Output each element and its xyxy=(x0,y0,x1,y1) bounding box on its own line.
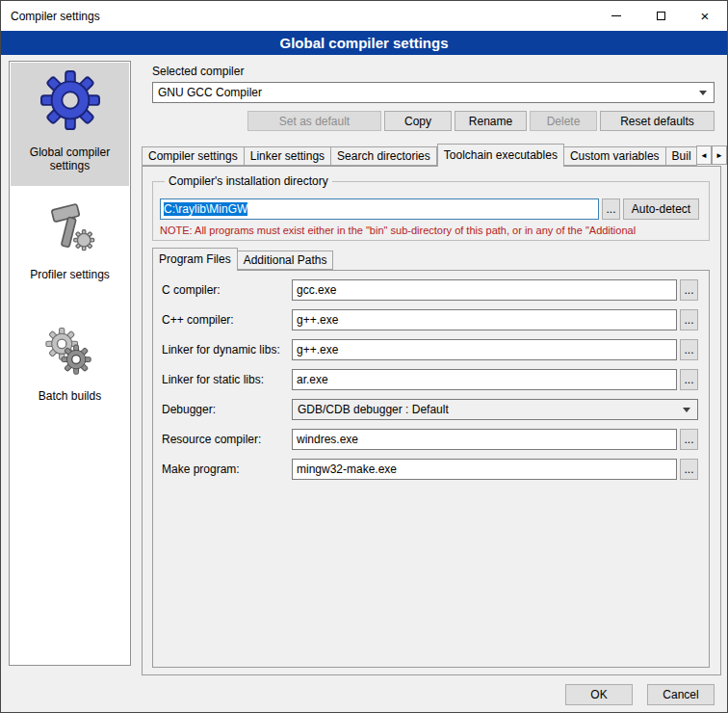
cpp-compiler-input[interactable] xyxy=(292,309,677,330)
linker-dynamic-input[interactable] xyxy=(292,339,677,360)
field-resource-compiler: Resource compiler: ... xyxy=(152,429,710,450)
linker-static-input[interactable] xyxy=(292,369,677,390)
ok-button[interactable]: OK xyxy=(565,684,633,705)
banner-title: Global compiler settings xyxy=(279,35,448,51)
window-title: Compiler settings xyxy=(11,10,100,23)
install-dir-browse-button[interactable]: ... xyxy=(602,198,620,220)
field-label: Make program: xyxy=(162,462,240,476)
field-linker-static: Linker for static libs: ... xyxy=(152,369,710,390)
tab-scroll-left-button[interactable]: ◄ xyxy=(696,145,712,165)
field-make-program: Make program: ... xyxy=(152,459,710,480)
field-label: C compiler: xyxy=(162,283,221,297)
field-linker-dynamic: Linker for dynamic libs: ... xyxy=(152,339,710,360)
maximize-icon xyxy=(657,12,665,20)
sidebar-item-label: Profiler settings xyxy=(16,268,124,281)
auto-detect-button[interactable]: Auto-detect xyxy=(623,198,699,220)
minimize-icon xyxy=(611,15,621,16)
install-dir-note: NOTE: All programs must exist either in … xyxy=(160,224,710,236)
window-controls: × xyxy=(594,1,727,31)
field-c-compiler: C compiler: ... xyxy=(152,279,710,301)
reset-defaults-button[interactable]: Reset defaults xyxy=(600,111,715,131)
install-dir-value: C:\raylib\MinGW xyxy=(164,202,247,216)
chevron-down-icon xyxy=(683,408,690,412)
titlebar: Compiler settings × xyxy=(1,1,727,31)
set-as-default-button: Set as default xyxy=(247,111,381,131)
browse-button[interactable]: ... xyxy=(680,279,698,301)
subtab-program-files[interactable]: Program Files xyxy=(152,248,238,271)
copy-button[interactable]: Copy xyxy=(384,111,452,131)
install-dir-group-title: Compiler's installation directory xyxy=(165,174,332,188)
debugger-select[interactable]: GDB/CDB debugger : Default xyxy=(292,399,698,420)
delete-button: Delete xyxy=(530,111,597,131)
selected-compiler-label: Selected compiler xyxy=(152,65,244,78)
compiler-select[interactable]: GNU GCC Compiler xyxy=(152,82,715,103)
browse-button[interactable]: ... xyxy=(680,339,698,360)
arrow-left-icon: ◄ xyxy=(700,151,708,160)
sidebar-item-batch-builds[interactable]: Batch builds xyxy=(11,324,129,424)
sidebar: Global compiler settings Profiler settin… xyxy=(9,61,131,666)
tab-toolchain-executables[interactable]: Toolchain executables xyxy=(437,144,564,167)
minimize-button[interactable] xyxy=(594,1,638,31)
dialog-banner: Global compiler settings xyxy=(1,31,727,55)
close-icon: × xyxy=(701,9,710,23)
tab-compiler-settings[interactable]: Compiler settings xyxy=(142,146,245,166)
sidebar-item-label: Global compiler settings xyxy=(16,145,124,172)
batch-builds-gears-icon xyxy=(44,328,96,380)
close-button[interactable]: × xyxy=(683,1,727,31)
profiler-hammer-icon xyxy=(44,200,96,252)
cancel-button[interactable]: Cancel xyxy=(647,684,715,705)
tab-build-options[interactable]: Buil xyxy=(666,146,697,166)
make-program-input[interactable] xyxy=(292,459,677,480)
field-label: Linker for dynamic libs: xyxy=(162,343,280,356)
blue-gear-icon xyxy=(40,70,100,130)
c-compiler-input[interactable] xyxy=(292,279,677,301)
browse-button[interactable]: ... xyxy=(680,309,698,330)
field-debugger: Debugger: GDB/CDB debugger : Default xyxy=(152,399,710,420)
sidebar-item-profiler-settings[interactable]: Profiler settings xyxy=(11,197,129,304)
tab-scroll-right-button[interactable]: ► xyxy=(712,145,727,165)
sidebar-item-global-compiler-settings[interactable]: Global compiler settings xyxy=(11,63,129,186)
tab-search-directories[interactable]: Search directories xyxy=(331,146,437,166)
tab-custom-variables[interactable]: Custom variables xyxy=(564,146,666,166)
compiler-settings-window: Compiler settings × Global compiler sett… xyxy=(0,0,728,713)
field-label: Debugger: xyxy=(162,403,216,416)
field-cpp-compiler: C++ compiler: ... xyxy=(152,309,710,330)
sidebar-item-label: Batch builds xyxy=(16,389,124,403)
browse-button[interactable]: ... xyxy=(680,459,698,480)
browse-button[interactable]: ... xyxy=(680,369,698,390)
compiler-select-value: GNU GCC Compiler xyxy=(158,86,262,99)
settings-tabstrip: Compiler settings Linker settings Search… xyxy=(142,144,697,167)
maximize-button[interactable] xyxy=(638,1,683,31)
chevron-down-icon xyxy=(699,91,707,95)
arrow-right-icon: ► xyxy=(715,151,723,160)
debugger-select-value: GDB/CDB debugger : Default xyxy=(298,403,449,416)
programs-subtabstrip: Program Files Additional Paths xyxy=(152,248,537,271)
field-label: Linker for static libs: xyxy=(162,373,264,386)
field-label: C++ compiler: xyxy=(162,313,234,327)
install-dir-input[interactable]: C:\raylib\MinGW xyxy=(160,198,599,220)
resource-compiler-input[interactable] xyxy=(292,429,677,450)
field-label: Resource compiler: xyxy=(162,433,261,446)
rename-button[interactable]: Rename xyxy=(455,111,527,131)
tab-linker-settings[interactable]: Linker settings xyxy=(245,146,331,166)
browse-button[interactable]: ... xyxy=(680,429,698,450)
subtab-additional-paths[interactable]: Additional Paths xyxy=(238,251,334,270)
